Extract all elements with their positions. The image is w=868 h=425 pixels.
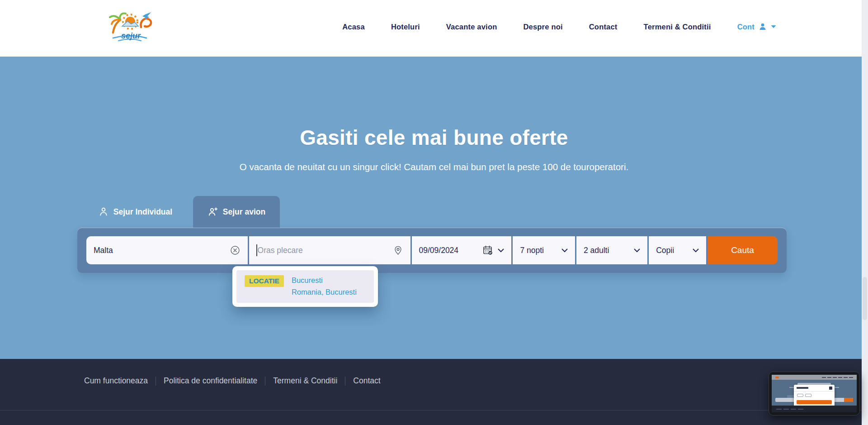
logo-wordmark: sejur [121,31,141,40]
pip-modal-rule [794,391,835,392]
person-icon [98,206,109,217]
departure-city-input[interactable] [258,246,388,255]
pip-mini-search-button [844,398,853,402]
chevron-down-icon [561,248,568,253]
tab-label: Sejur avion [223,207,265,217]
booking-widget: Sejur Individual Sejur avion [77,196,787,273]
pip-preview-window[interactable] [769,372,860,415]
date-value: 09/09/2024 [419,246,478,255]
adults-value: 2 adulti [584,246,629,255]
nav-item-termeni[interactable]: Termeni & Conditii [644,23,711,31]
search-fields: 09/09/2024 [86,236,778,264]
footer-rule [0,410,868,411]
pip-mini-nav [821,377,853,378]
tab-sejur-individual[interactable]: Sejur Individual [77,196,193,228]
pip-mini-logo [775,377,779,378]
chevron-down-icon [771,25,776,29]
pip-mini-header [772,375,857,380]
footer-link-contact[interactable]: Contact [345,376,388,386]
nav-item-acasa[interactable]: Acasa [342,23,365,31]
clear-circle-icon [230,245,241,256]
location-pin-icon [393,245,403,256]
person-plus-icon [208,206,218,217]
search-button[interactable]: Cauta [708,236,778,264]
pip-modal-chip [797,394,803,397]
account-menu[interactable]: Cont [737,22,776,31]
pip-modal-button [797,400,832,404]
footer-link-cum-functioneaza[interactable]: Cum functioneaza [84,376,156,386]
chevron-down-icon [498,248,504,253]
text-cursor [256,244,257,256]
pip-modal-chip [805,394,811,397]
page-subtitle: O vacanta de neuitat cu un singur click!… [0,162,868,172]
search-form: 09/09/2024 [77,228,787,273]
page-scrollbar[interactable] [862,0,868,425]
main-nav: Acasa Hoteluri Vacante avion Despre noi … [342,0,776,53]
footer-link-politica[interactable]: Politica de confidentialitate [156,376,265,386]
footer-link-termeni[interactable]: Termeni & Conditii [265,376,345,386]
adults-select[interactable]: 2 adulti [576,236,647,264]
date-field[interactable]: 09/09/2024 [412,236,512,264]
location-suggestions-dropdown: LOCATIE Bucuresti Romania, Bucuresti [232,266,378,307]
footer-links: Cum functioneaza Politica de confidentia… [0,359,868,386]
pip-modal-close-icon [829,387,832,390]
calendar-check-icon [482,245,493,256]
chevron-down-icon [634,248,640,253]
location-badge: LOCATIE [245,275,284,287]
nights-select[interactable]: 7 nopti [513,236,575,264]
sejur-logo[interactable]: sejur [101,10,160,45]
nights-value: 7 nopti [520,246,557,255]
site-header: sejur Acasa Hoteluri Vacante avion Despr… [0,0,868,57]
clear-destination-button[interactable] [230,245,241,256]
booking-tabs: Sejur Individual Sejur avion [77,196,787,228]
departure-city-field[interactable] [249,236,410,264]
scrollbar-thumb[interactable] [863,277,867,320]
page-title: Gasiti cele mai bune oferte [0,57,868,150]
suggestion-city[interactable]: Bucuresti [292,274,357,286]
children-value: Copii [656,246,688,255]
pip-mini-footer [772,406,857,412]
nav-item-contact[interactable]: Contact [589,23,618,31]
user-icon [758,22,767,31]
account-label: Cont [737,23,755,31]
date-dropdown-arrow[interactable] [498,248,504,253]
nav-item-despre-noi[interactable]: Despre noi [523,23,562,31]
pip-mini-modal [794,385,835,406]
pip-modal-title [797,387,808,389]
tab-sejur-avion[interactable]: Sejur avion [193,196,280,228]
pip-mini-hero [772,380,857,406]
site-footer: Cum functioneaza Politica de confidentia… [0,359,868,425]
children-select[interactable]: Copii [649,236,706,264]
destination-input[interactable] [94,246,225,255]
nav-item-vacante-avion[interactable]: Vacante avion [446,23,497,31]
tab-label: Sejur Individual [113,207,172,217]
suggestion-item[interactable]: LOCATIE Bucuresti Romania, Bucuresti [236,270,374,303]
chevron-down-icon [693,248,699,253]
pip-screen [772,375,857,412]
destination-field[interactable] [86,236,248,264]
nav-item-hoteluri[interactable]: Hoteluri [391,23,420,31]
suggestion-detail[interactable]: Romania, Bucuresti [292,286,357,298]
